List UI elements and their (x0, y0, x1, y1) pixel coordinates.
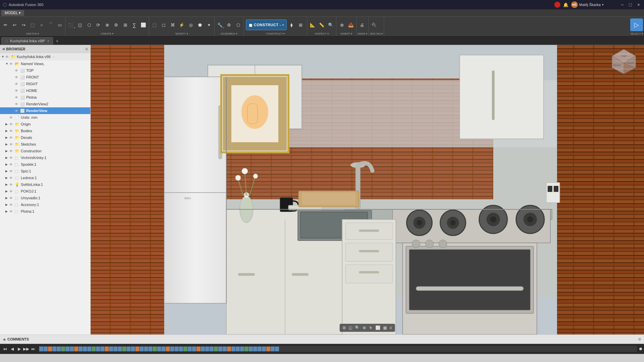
spiz-eye-icon[interactable]: 👁 (9, 169, 15, 173)
modify-tool5-btn[interactable]: ◎ (186, 20, 195, 29)
user-badge[interactable]: MŠ Matěj Škarka ▾ (571, 1, 604, 8)
pokoj-eye-icon[interactable]: 👁 (9, 190, 15, 193)
decals-eye-icon[interactable]: 👁 (9, 136, 15, 140)
minimize-button[interactable]: − (619, 2, 625, 7)
view-ctrl-fit-btn[interactable]: ⊕ (362, 325, 367, 331)
modify-tool3-btn[interactable]: ⌘ (168, 20, 177, 29)
create-tool7-btn[interactable]: ⊞ (121, 20, 130, 29)
sketches-eye-icon[interactable]: 👁 (9, 143, 15, 146)
plotna-view-item[interactable]: 👁 ⬜ Plotna (0, 94, 90, 101)
top-view-eye-icon[interactable]: 👁 (15, 69, 20, 72)
sketch-tool4-btn[interactable]: ○ (37, 20, 46, 29)
spodek-item[interactable]: ▶ 👁 ⬚ Spodek:1 (0, 161, 90, 168)
new-tab-button[interactable]: + (54, 38, 60, 44)
modify-tool7-btn[interactable]: ✦ (204, 20, 213, 29)
construct-tool3-btn[interactable]: ⊞ (296, 20, 305, 29)
home-view-eye-icon[interactable]: 👁 (15, 89, 20, 93)
plotna-view-eye-icon[interactable]: 👁 (15, 96, 20, 99)
bodies-item[interactable]: ▶ 👁 📁 Bodies (0, 127, 90, 134)
sketch-tool6-btn[interactable]: ▭ (55, 20, 64, 29)
create-tool4-btn[interactable]: ⟳ (94, 20, 102, 29)
sketch-tool5-btn[interactable]: ⌒ (46, 20, 55, 29)
root-options-icon[interactable]: ⋯ (52, 55, 55, 59)
renderview-item[interactable]: 👁 ⬜ RenderView (0, 107, 90, 114)
comments-expand-icon[interactable]: ◀ (3, 338, 5, 341)
view-ctrl-grid-btn[interactable]: ⊞ (341, 325, 347, 331)
viewport[interactable]: INFA (91, 45, 644, 334)
inspect-tool3-btn[interactable]: 🔍 (326, 20, 335, 29)
create-tool2-btn[interactable]: ◫ (76, 20, 84, 29)
modify-tool1-btn[interactable]: ⬚ (150, 20, 159, 29)
model-menu-item[interactable]: MODEL ▾ (1, 10, 24, 16)
maximize-button[interactable]: □ (628, 2, 633, 7)
construct-active-btn[interactable]: ◼ CONSTRUCT - ▾ (246, 19, 287, 30)
inspect-tool1-btn[interactable]: 📐 (308, 20, 317, 29)
front-view-eye-icon[interactable]: 👁 (15, 75, 20, 79)
svetlo-eye-icon[interactable]: 👁 (9, 183, 15, 187)
units-eye-icon[interactable]: 👁 (9, 116, 15, 119)
front-view-item[interactable]: 👁 ⬜ FRONT (0, 74, 90, 81)
view-ctrl-style1-btn[interactable]: ⬜ (374, 325, 381, 331)
timeline-step-back-btn[interactable]: ◀ (9, 346, 15, 352)
insert-tool1-btn[interactable]: ⊕ (337, 20, 346, 29)
renderview2-item[interactable]: 👁 ⬜ RenderView2 (0, 101, 90, 107)
construct-tool2-btn[interactable]: ⧫ (287, 20, 296, 29)
file-tab[interactable]: ⬡ Kuchyňská linka v98* × (1, 37, 53, 45)
modify-tool2-btn[interactable]: ◻ (159, 20, 168, 29)
browser-collapse-icon[interactable]: ◀ (2, 47, 5, 51)
plotna1-item[interactable]: ▶ 👁 ⬚ Plotna:1 (0, 208, 90, 215)
assemble-tool2-btn[interactable]: ⚙ (225, 20, 233, 29)
timeline-play-btn[interactable]: ▶ (16, 346, 22, 352)
spiz-item[interactable]: ▶ 👁 ⬚ Spiz:1 (0, 168, 90, 174)
create-tool1-btn[interactable]: ⬛▾ (66, 20, 75, 29)
record-button[interactable] (554, 2, 560, 8)
assemble-tool3-btn[interactable]: ⬡ (234, 20, 242, 29)
sketch-tool-btn[interactable]: ✏ (1, 20, 10, 29)
view-cube[interactable]: TOP RIGHT FRONT (610, 48, 637, 74)
right-view-item[interactable]: 👁 ⬜ RIGHT (0, 81, 90, 87)
plotna1-eye-icon[interactable]: 👁 (9, 210, 15, 213)
close-button[interactable]: × (636, 2, 641, 7)
create-tool3-btn[interactable]: ⬡ (85, 20, 93, 29)
accesory-eye-icon[interactable]: 👁 (9, 203, 15, 207)
origin-item[interactable]: ▶ 👁 📁 Origin (0, 121, 90, 127)
view-ctrl-style3-btn[interactable]: ≡ (388, 325, 393, 331)
home-view-item[interactable]: 👁 ⬜ HOME (0, 87, 90, 94)
view-ctrl-orbit-btn[interactable]: 🖱 (368, 325, 374, 331)
modify-tool6-btn[interactable]: ⬟ (195, 20, 204, 29)
named-views-item[interactable]: ▼ 👁 📂 Named Views , (0, 60, 90, 67)
spodek-eye-icon[interactable]: 👁 (9, 163, 15, 166)
accesory-item[interactable]: ▶ 👁 ⬚ Accesory:1 (0, 201, 90, 208)
create-sigma-btn[interactable]: ∑ (130, 20, 139, 29)
browser-options-icon[interactable]: ⊕ (85, 47, 88, 51)
sketch-redo-btn[interactable]: ↪ (19, 20, 28, 29)
create-tool6-btn[interactable]: ⚙ (112, 20, 121, 29)
construction-item[interactable]: ▶ 👁 📁 Construction (0, 148, 90, 154)
svetlo-item[interactable]: ▶ 👁 💡 SvětloLinka:1 (0, 181, 90, 188)
modify-tool4-btn[interactable]: ⚡ (177, 20, 186, 29)
inspect-tool2-btn[interactable]: 📏 (317, 20, 326, 29)
sketches-item[interactable]: ▶ 👁 📁 Sketches (0, 141, 90, 148)
units-item[interactable]: 👁 📄 Units: mm (0, 114, 90, 121)
select-tool-btn[interactable]: ▷ (630, 18, 643, 31)
timeline-play-start-btn[interactable]: ⏮ (2, 346, 8, 352)
origin-eye-icon[interactable]: 👁 (9, 122, 15, 126)
timeline-step-forward-btn[interactable]: ▶▶ (23, 346, 29, 352)
rv-eye-icon[interactable]: 👁 (15, 109, 20, 113)
lednice-eye-icon[interactable]: 👁 (9, 176, 15, 180)
vrchni-item[interactable]: ▶ 👁 ⬚ VrchnísKrinky:1 (0, 154, 90, 161)
rv2-eye-icon[interactable]: 👁 (15, 102, 20, 106)
assemble-tool1-btn[interactable]: 🔧▾ (216, 20, 224, 29)
umyvadlo-eye-icon[interactable]: 👁 (9, 196, 15, 200)
view-ctrl-pan-btn[interactable]: ◱ (348, 325, 353, 331)
decals-item[interactable]: ▶ 👁 📁 Decals (0, 134, 90, 141)
make-tool1-btn[interactable]: 🖨 (358, 20, 366, 29)
lednice-item[interactable]: ▶ 👁 ⬚ Lednice:1 (0, 174, 90, 181)
bodies-eye-icon[interactable]: 👁 (9, 129, 15, 133)
vrchni-eye-icon[interactable]: 👁 (9, 156, 15, 160)
pokoj-item[interactable]: ▶ 👁 ⬚ POKOJ:1 (0, 188, 90, 195)
notifications-icon[interactable]: 🔔 (563, 2, 568, 7)
sketch-undo-btn[interactable]: ↩ (10, 20, 19, 29)
view-ctrl-style2-btn[interactable]: ▦ (382, 325, 388, 331)
insert-tool2-btn[interactable]: 📥 (347, 20, 355, 29)
